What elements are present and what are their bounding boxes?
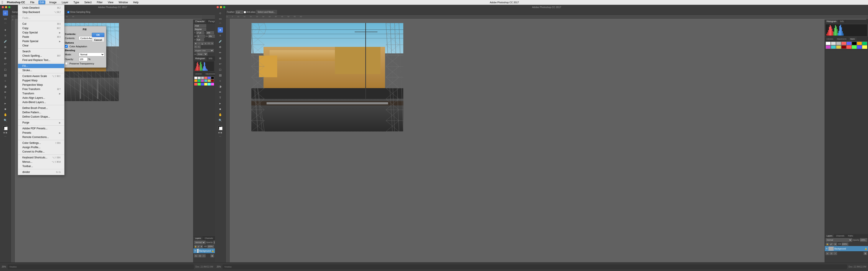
menu-content-aware-scale[interactable]: Content-Aware Scale ⌥⇧⌘C — [18, 74, 64, 78]
menu-copy-special[interactable]: Copy Special ▶ — [18, 30, 64, 35]
kerning-input[interactable] — [197, 35, 205, 38]
r-pen-tool[interactable]: ✒ — [218, 90, 223, 95]
r-blur-tool[interactable]: ○ — [218, 78, 223, 83]
libraries-tab[interactable]: Libraries — [193, 72, 204, 75]
fill-input[interactable] — [208, 245, 214, 248]
right-lock-btn[interactable]: 🔒 — [826, 243, 829, 246]
shape-tool[interactable]: ■ — [3, 106, 8, 111]
r-hand-tool[interactable]: ✋ — [218, 112, 223, 117]
rs-14[interactable] — [852, 45, 857, 49]
menu-menus[interactable]: Menus... ⌥⇧⌘M — [18, 160, 64, 164]
min-btn-left[interactable] — [5, 6, 7, 8]
r-magic-wand-tool[interactable]: ✦ — [218, 27, 223, 33]
color-sw-2[interactable] — [197, 83, 200, 86]
rs-13[interactable] — [846, 45, 851, 49]
r-text-tool[interactable]: T — [218, 95, 223, 100]
feather-input[interactable] — [236, 10, 243, 14]
close-btn-right[interactable] — [217, 6, 219, 8]
foreground-bg-colors[interactable] — [2, 125, 8, 131]
rs-15[interactable] — [857, 45, 862, 49]
right-background-layer[interactable]: 👁 Background 🔒 — [825, 246, 868, 251]
menubar-file[interactable]: File — [29, 0, 36, 4]
right-pos-btn[interactable]: ⊕ — [834, 243, 837, 246]
r-move-tool[interactable]: ⊹ — [218, 10, 223, 15]
rs-16[interactable] — [862, 45, 867, 49]
italic-btn[interactable]: I — [197, 42, 200, 45]
dodge-tool[interactable]: ◑ — [3, 84, 8, 89]
menu-paste[interactable]: Paste ⌘V — [18, 35, 64, 39]
rs-9[interactable] — [826, 45, 831, 49]
menubar-help[interactable]: Help — [132, 0, 140, 4]
style-swatch-3[interactable] — [201, 77, 204, 79]
rs-1[interactable] — [826, 42, 831, 45]
r-history-tool[interactable]: ↩ — [218, 61, 223, 66]
menubar-view[interactable]: View — [106, 0, 115, 4]
style-swatch-8[interactable] — [197, 79, 200, 82]
style-swatch-12[interactable] — [211, 79, 214, 82]
rs-7[interactable] — [857, 42, 862, 45]
antialias-select[interactable]: Sharp — [197, 53, 208, 56]
menu-remote-connections[interactable]: Remote Connections... — [18, 135, 64, 139]
style-swatch-6[interactable] — [211, 77, 214, 79]
lock-image-btn[interactable]: 🖌 — [197, 245, 200, 248]
menubar-window[interactable]: Window — [117, 0, 129, 4]
menu-stroke[interactable]: Stroke... — [18, 68, 64, 72]
font-family-input[interactable] — [194, 24, 206, 27]
add-fx-btn[interactable]: fx — [194, 254, 198, 257]
super-btn[interactable]: T↑ — [194, 45, 197, 48]
blur-tool[interactable]: ○ — [3, 78, 8, 83]
color-sw-6[interactable] — [211, 83, 214, 86]
max-btn-right[interactable] — [223, 6, 225, 8]
clone-tool[interactable]: ⊗ — [3, 56, 8, 61]
menu-paste-special[interactable]: Paste Special ▶ — [18, 39, 64, 43]
bold-btn[interactable]: B — [194, 42, 197, 45]
sub-btn[interactable]: T↓ — [197, 45, 200, 48]
right-layer-eye[interactable]: 👁 — [826, 247, 828, 250]
language-select[interactable]: English: USA — [194, 49, 214, 52]
text-tool[interactable]: T — [3, 95, 8, 100]
background-color[interactable] — [4, 127, 8, 130]
strikethrough-btn[interactable]: S — [204, 42, 207, 45]
pen-tool[interactable]: ✒ — [3, 90, 8, 95]
lasso-tool[interactable]: ⌒ — [3, 22, 8, 27]
menu-define-custom-shape[interactable]: Define Custom Shape... — [18, 114, 64, 119]
r-eyedropper-tool[interactable]: 💉 — [218, 39, 223, 44]
menu-convert-profile[interactable]: Convert to Profile... — [18, 149, 64, 154]
r-bg-color[interactable] — [219, 127, 222, 130]
right-channels-tab[interactable]: Channels — [834, 234, 846, 238]
tools-extra[interactable]: ··· — [4, 135, 6, 138]
info-tab[interactable]: Info — [207, 57, 214, 60]
marquee-tool[interactable]: ▭ — [3, 16, 8, 21]
menu-auto-align[interactable]: Auto-Align Layers... — [18, 96, 64, 100]
menu-copy[interactable]: Copy ⌘C — [18, 26, 64, 30]
close-btn-left[interactable] — [2, 6, 4, 8]
min-btn-right[interactable] — [220, 6, 222, 8]
menu-color-settings[interactable]: Color Settings... ⇧⌘K — [18, 141, 64, 145]
r-tools-extra[interactable]: ··· — [219, 135, 221, 138]
fill-cancel-button[interactable]: Cancel — [92, 38, 104, 42]
menu-find-replace[interactable]: Find and Replace Text... — [18, 58, 64, 62]
menu-assign-profile[interactable]: Assign Profile... — [18, 145, 64, 149]
leading-input[interactable] — [206, 31, 214, 34]
right-paint-btn[interactable]: 🖌 — [830, 243, 833, 246]
menu-check-spelling[interactable]: Check Spelling... ⌘F — [18, 54, 64, 58]
right-paths-tab[interactable]: Paths — [846, 234, 855, 238]
menu-cut[interactable]: Cut ⌘X — [18, 22, 64, 26]
menubar-image[interactable]: Image — [48, 0, 58, 4]
fill-opacity-input[interactable] — [79, 57, 88, 61]
menubar-filter[interactable]: Filter — [95, 0, 104, 4]
right-new-layer-btn[interactable]: + — [834, 252, 837, 255]
menu-free-transform[interactable]: Free Transform ⌘T — [18, 87, 64, 91]
layer-eye-icon[interactable]: 👁 — [194, 250, 196, 252]
rs-11[interactable] — [836, 45, 841, 49]
allcaps-btn[interactable]: TT — [207, 42, 210, 45]
magic-wand-tool[interactable]: ✦ — [3, 27, 8, 33]
font-size-input[interactable] — [196, 31, 204, 34]
new-layer-btn[interactable]: + — [202, 254, 206, 257]
hand-tool[interactable]: ✋ — [3, 112, 8, 117]
add-mask-btn[interactable]: ⊡ — [198, 254, 202, 257]
r-zoom-tool[interactable]: 🔍 — [218, 117, 223, 123]
menu-clear[interactable]: Clear — [18, 43, 64, 48]
rs-2[interactable] — [831, 42, 836, 45]
r-heal-tool[interactable]: ⊕ — [218, 44, 223, 49]
